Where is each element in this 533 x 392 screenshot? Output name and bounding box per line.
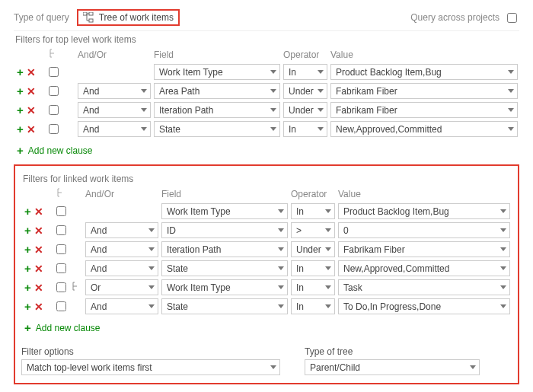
remove-clause-icon[interactable]: ✕ bbox=[25, 85, 37, 97]
operator-select[interactable]: In bbox=[283, 64, 327, 80]
row-checkbox[interactable] bbox=[56, 244, 66, 254]
operator-select[interactable]: In bbox=[291, 260, 335, 276]
add-clause-icon[interactable]: + bbox=[15, 104, 25, 116]
operator-select[interactable]: Under bbox=[283, 102, 327, 118]
operator-select[interactable]: In bbox=[283, 121, 327, 137]
add-top-clause[interactable]: + Add new clause bbox=[15, 144, 93, 157]
col-operator: Operator bbox=[282, 48, 329, 62]
remove-clause-icon[interactable]: ✕ bbox=[25, 104, 37, 116]
value-select[interactable]: Product Backlog Item,Bug bbox=[330, 64, 518, 80]
chevron-down-icon bbox=[508, 89, 514, 93]
add-clause-icon[interactable]: + bbox=[23, 300, 33, 313]
field-select[interactable]: Iteration Path bbox=[161, 241, 288, 257]
andor-select[interactable]: Or bbox=[85, 279, 158, 295]
field-select[interactable]: State bbox=[161, 298, 288, 314]
field-select[interactable]: State bbox=[154, 121, 280, 137]
remove-clause-icon[interactable]: ✕ bbox=[33, 244, 45, 256]
remove-clause-icon[interactable]: ✕ bbox=[33, 282, 45, 294]
linked-filters-title: Filters for linked work items bbox=[23, 174, 512, 184]
value-select[interactable]: Fabrikam Fiber bbox=[330, 102, 518, 118]
operator-select[interactable]: In bbox=[291, 298, 335, 314]
row-checkbox[interactable] bbox=[49, 105, 59, 115]
value-select[interactable]: Fabrikam Fiber bbox=[330, 83, 518, 99]
group-icon bbox=[49, 49, 58, 58]
value-select[interactable]: 0 bbox=[338, 222, 510, 238]
field-value: State bbox=[159, 124, 180, 135]
add-clause-icon[interactable]: + bbox=[15, 65, 25, 78]
field-select[interactable]: State bbox=[161, 260, 288, 276]
clause-row: +✕Work Item TypeInProduct Backlog Item,B… bbox=[21, 202, 512, 220]
filter-options-select[interactable]: Match top-level work items first bbox=[21, 359, 280, 375]
field-select[interactable]: Work Item Type bbox=[154, 64, 280, 80]
andor-select[interactable]: And bbox=[78, 102, 151, 118]
group-start-icon bbox=[72, 282, 81, 291]
chevron-down-icon bbox=[318, 127, 324, 131]
row-checkbox[interactable] bbox=[56, 282, 66, 292]
operator-select[interactable]: In bbox=[291, 279, 335, 295]
value-select[interactable]: To Do,In Progress,Done bbox=[338, 298, 510, 314]
add-clause-icon[interactable]: + bbox=[23, 205, 33, 218]
row-checkbox[interactable] bbox=[56, 301, 66, 311]
operator-select[interactable]: Under bbox=[291, 241, 335, 257]
chevron-down-icon bbox=[325, 285, 331, 289]
chevron-down-icon bbox=[270, 70, 276, 74]
value-select[interactable]: Product Backlog Item,Bug bbox=[338, 203, 510, 219]
add-clause-icon[interactable]: + bbox=[23, 224, 33, 237]
add-clause-icon[interactable]: + bbox=[23, 262, 33, 275]
andor-select[interactable]: And bbox=[85, 298, 158, 314]
clause-row: +✕AndStateInTo Do,In Progress,Done bbox=[21, 298, 512, 315]
remove-clause-icon[interactable]: ✕ bbox=[33, 225, 45, 237]
across-projects-checkbox[interactable] bbox=[507, 13, 517, 23]
remove-clause-icon[interactable]: ✕ bbox=[25, 66, 37, 78]
chevron-down-icon bbox=[500, 228, 506, 232]
value-select[interactable]: Task bbox=[338, 279, 510, 295]
type-of-tree-value: Parent/Child bbox=[310, 362, 360, 373]
andor-select[interactable]: And bbox=[78, 83, 151, 99]
andor-select[interactable]: And bbox=[85, 222, 158, 238]
row-checkbox[interactable] bbox=[56, 225, 66, 235]
field-select[interactable]: Work Item Type bbox=[161, 279, 288, 295]
remove-clause-icon[interactable]: ✕ bbox=[33, 263, 45, 275]
row-checkbox[interactable] bbox=[49, 124, 59, 134]
andor-select[interactable]: And bbox=[85, 241, 158, 257]
chevron-down-icon bbox=[500, 247, 506, 251]
field-select[interactable]: Iteration Path bbox=[154, 102, 280, 118]
value-select[interactable]: New,Approved,Committed bbox=[330, 121, 518, 137]
row-checkbox[interactable] bbox=[56, 206, 66, 216]
andor-select[interactable]: And bbox=[85, 260, 158, 276]
top-filters-title: Filters for top level work items bbox=[15, 34, 519, 45]
add-clause-icon[interactable]: + bbox=[23, 243, 33, 256]
operator-select[interactable]: In bbox=[291, 203, 335, 219]
add-linked-clause[interactable]: + Add new clause bbox=[23, 321, 101, 334]
operator-select[interactable]: > bbox=[291, 222, 335, 238]
andor-select[interactable]: And bbox=[78, 121, 151, 137]
field-select[interactable]: Area Path bbox=[154, 83, 280, 99]
field-select[interactable]: ID bbox=[161, 222, 288, 238]
operator-value: In bbox=[296, 282, 304, 293]
add-clause-icon[interactable]: + bbox=[15, 84, 25, 97]
remove-clause-icon[interactable]: ✕ bbox=[33, 206, 45, 218]
andor-value: And bbox=[83, 105, 99, 116]
add-clause-icon[interactable]: + bbox=[15, 123, 25, 135]
plus-icon: + bbox=[15, 144, 25, 157]
row-checkbox[interactable] bbox=[49, 86, 59, 96]
remove-clause-icon[interactable]: ✕ bbox=[25, 123, 37, 135]
value-text: Product Backlog Item,Bug bbox=[343, 206, 449, 217]
chevron-down-icon bbox=[325, 266, 331, 270]
remove-clause-icon[interactable]: ✕ bbox=[33, 301, 45, 313]
value-text: New,Approved,Committed bbox=[343, 263, 449, 274]
value-select[interactable]: Fabrikam Fiber bbox=[338, 241, 510, 257]
chevron-down-icon bbox=[141, 89, 147, 93]
operator-select[interactable]: Under bbox=[283, 83, 327, 99]
operator-value: Under bbox=[289, 105, 314, 116]
andor-value: And bbox=[91, 301, 107, 312]
field-select[interactable]: Work Item Type bbox=[161, 203, 288, 219]
query-type-selector[interactable]: Tree of work items bbox=[77, 9, 180, 26]
andor-value: And bbox=[83, 86, 99, 97]
operator-value: In bbox=[296, 206, 304, 217]
row-checkbox[interactable] bbox=[56, 263, 66, 273]
value-select[interactable]: New,Approved,Committed bbox=[338, 260, 510, 276]
row-checkbox[interactable] bbox=[49, 67, 59, 77]
add-clause-icon[interactable]: + bbox=[23, 281, 33, 294]
type-of-tree-select[interactable]: Parent/Child bbox=[305, 359, 480, 375]
